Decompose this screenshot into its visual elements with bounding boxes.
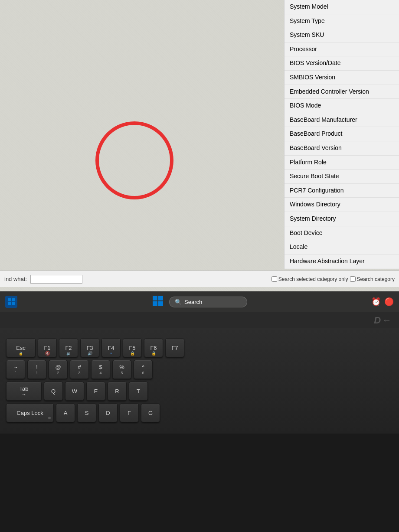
key-f2-fn: 🔉: [66, 351, 71, 356]
key-f5[interactable]: F5 🔒: [123, 338, 142, 357]
sysinfo-system-directory[interactable]: System Directory: [285, 212, 399, 226]
key-3-bottom: 3: [78, 371, 80, 375]
key-s[interactable]: S: [77, 403, 96, 422]
key-esc[interactable]: Esc 🔒: [6, 338, 36, 357]
sysinfo-user-name[interactable]: User Name: [285, 268, 399, 269]
start-button[interactable]: [152, 295, 164, 309]
key-a-label: A: [64, 410, 68, 416]
key-4-top: $: [99, 364, 102, 370]
key-e-label: E: [94, 388, 98, 395]
key-tab-arrows: ⇥: [22, 392, 26, 397]
svg-rect-2: [8, 302, 11, 305]
sysinfo-bios-mode[interactable]: BIOS Mode: [285, 99, 399, 113]
key-5-top: %: [119, 364, 124, 370]
key-2[interactable]: @ 2: [49, 360, 68, 379]
sysinfo-baseboard-product[interactable]: BaseBoard Product: [285, 127, 399, 141]
sysinfo-locale[interactable]: Locale: [285, 240, 399, 255]
key-1[interactable]: ! 1: [27, 360, 46, 379]
key-f1[interactable]: F1 🔇: [38, 338, 57, 357]
key-g[interactable]: G: [141, 403, 160, 422]
key-esc-fn: 🔒: [19, 352, 23, 356]
key-3-top: #: [78, 364, 81, 370]
key-tilde[interactable]: ~ `: [6, 360, 25, 379]
taskbar-search-bar[interactable]: 🔍 Search: [169, 297, 247, 307]
key-4-bottom: 4: [99, 371, 101, 375]
sysinfo-embedded-controller[interactable]: Embedded Controller Version: [285, 85, 399, 99]
keyboard-area: Esc 🔒 F1 🔇 F2 🔉 F3 🔊 F4 • F5 🔒 F6 🔒 F7: [0, 328, 399, 434]
key-f5-fn: 🔒: [130, 351, 135, 356]
taskbar-right: ⏰ 🔴: [371, 297, 394, 307]
find-label: ind what:: [4, 276, 27, 282]
key-e[interactable]: E: [86, 382, 105, 401]
key-f6[interactable]: F6 🔒: [144, 338, 163, 357]
sysinfo-processor[interactable]: Processor: [285, 42, 399, 57]
key-6-bottom: 6: [142, 371, 144, 375]
find-bar: ind what: Search selected category only …: [0, 271, 399, 287]
key-f6-fn: 🔒: [151, 351, 156, 356]
svg-rect-6: [153, 301, 157, 306]
sysinfo-bios-version[interactable]: BIOS Version/Date: [285, 56, 399, 71]
dell-logo: D←: [374, 315, 392, 326]
key-f3[interactable]: F3 🔊: [80, 338, 99, 357]
key-w-label: W: [72, 388, 77, 395]
caps-lock-indicator: [48, 417, 51, 419]
keyboard-row-numbers: ~ ` ! 1 @ 2 # 3 $ 4 % 5 ^ 6: [4, 360, 395, 379]
key-2-top: @: [55, 364, 61, 370]
sysinfo-boot-device[interactable]: Boot Device: [285, 226, 399, 241]
sysinfo-pcr7-configuration[interactable]: PCR7 Configuration: [285, 184, 399, 198]
key-3[interactable]: # 3: [70, 360, 89, 379]
search-category-checkbox-input[interactable]: [350, 276, 356, 282]
svg-rect-3: [12, 302, 15, 305]
key-esc-label: Esc: [16, 345, 26, 351]
key-t[interactable]: T: [129, 382, 148, 401]
key-r[interactable]: R: [108, 382, 127, 401]
keyboard-row-function: Esc 🔒 F1 🔇 F2 🔉 F3 🔊 F4 • F5 🔒 F6 🔒 F7: [4, 338, 395, 357]
key-f4-label: F4: [108, 345, 114, 351]
sysinfo-system-sku[interactable]: System SKU: [285, 28, 399, 42]
taskbar-panel-icon[interactable]: [5, 296, 17, 308]
sysinfo-platform-role[interactable]: Platform Role: [285, 156, 399, 170]
laptop-screen: System Model System Type System SKU Proc…: [0, 0, 399, 312]
sysinfo-hal[interactable]: Hardware Abstraction Layer: [285, 255, 399, 269]
search-selected-category-checkbox[interactable]: Search selected category only: [271, 276, 348, 282]
key-6[interactable]: ^ 6: [134, 360, 153, 379]
key-f[interactable]: F: [120, 403, 139, 422]
key-f7[interactable]: F7: [165, 338, 184, 357]
key-5[interactable]: % 5: [112, 360, 131, 379]
key-w[interactable]: W: [65, 382, 84, 401]
sysinfo-system-model[interactable]: System Model: [285, 0, 399, 14]
key-t-label: T: [137, 388, 140, 395]
sysinfo-windows-directory[interactable]: Windows Directory: [285, 198, 399, 212]
svg-rect-5: [158, 296, 163, 300]
svg-rect-4: [153, 296, 157, 300]
key-tab[interactable]: Tab ⇥: [6, 382, 42, 401]
key-f2[interactable]: F2 🔉: [59, 338, 78, 357]
sysinfo-system-type[interactable]: System Type: [285, 14, 399, 29]
key-s-label: S: [85, 410, 89, 416]
sysinfo-smbios-version[interactable]: SMBIOS Version: [285, 71, 399, 85]
find-input[interactable]: [30, 275, 82, 284]
key-f4[interactable]: F4 •: [101, 338, 121, 357]
search-category-checkbox[interactable]: Search category: [350, 276, 395, 282]
key-d[interactable]: D: [98, 403, 118, 422]
key-caps-lock[interactable]: Caps Lock: [6, 403, 54, 422]
sysinfo-baseboard-version[interactable]: BaseBoard Version: [285, 141, 399, 156]
key-caps-lock-label: Caps Lock: [16, 410, 43, 416]
key-f7-label: F7: [171, 345, 178, 351]
key-a[interactable]: A: [56, 403, 75, 422]
key-f4-fn: •: [110, 351, 111, 356]
key-1-top: !: [36, 364, 38, 370]
key-q[interactable]: Q: [44, 382, 63, 401]
notification-icon: 🔴: [384, 297, 394, 307]
sysinfo-baseboard-manufacturer[interactable]: BaseBoard Manufacturer: [285, 113, 399, 127]
sysinfo-secure-boot-state[interactable]: Secure Boot State: [285, 170, 399, 184]
svg-rect-1: [12, 298, 15, 301]
key-f2-label: F2: [65, 345, 72, 351]
search-placeholder: Search: [184, 299, 202, 305]
key-tab-label: Tab: [20, 385, 29, 392]
search-selected-checkbox-input[interactable]: [271, 276, 277, 282]
laptop-bezel: D←: [0, 312, 399, 328]
key-4[interactable]: $ 4: [91, 360, 110, 379]
key-tilde-top: ~: [14, 364, 17, 370]
key-6-top: ^: [142, 364, 144, 370]
